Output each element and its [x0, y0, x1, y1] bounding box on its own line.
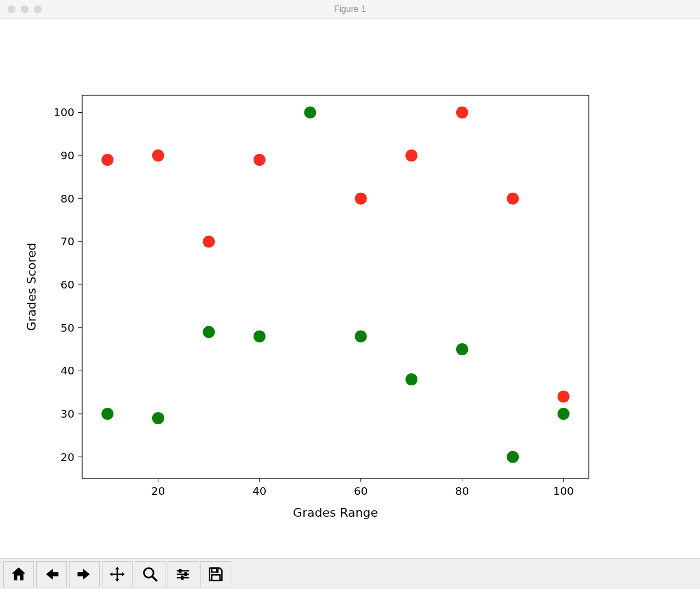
back-arrow-icon	[43, 566, 60, 582]
y-axis-label: Grades Scored	[25, 242, 38, 331]
svg-rect-20	[185, 572, 187, 576]
scatter-point	[355, 330, 367, 342]
configure-button[interactable]	[168, 561, 198, 587]
traffic-lights	[8, 5, 42, 13]
minimize-window-button[interactable]	[21, 5, 28, 13]
window-title: Figure 1	[0, 4, 700, 14]
x-tick-label: 100	[553, 484, 574, 498]
scatter-point	[456, 106, 468, 118]
svg-rect-24	[216, 569, 217, 571]
scatter-point	[254, 154, 266, 166]
back-button[interactable]	[36, 561, 67, 587]
scatter-point	[507, 193, 519, 205]
scatter-point	[203, 326, 215, 338]
svg-rect-22	[181, 575, 183, 580]
x-tick-label: 20	[151, 484, 165, 498]
svg-rect-25	[212, 575, 220, 580]
scatter-point	[507, 451, 519, 463]
save-button[interactable]	[200, 561, 231, 587]
titlebar: Figure 1	[0, 0, 700, 19]
chart-svg: 204060801002030405060708090100Grades Ran…	[0, 19, 700, 558]
x-tick-label: 40	[253, 484, 266, 498]
scatter-point	[152, 149, 164, 161]
pan-icon	[109, 566, 125, 582]
y-tick-label: 40	[61, 364, 74, 377]
forward-button[interactable]	[69, 561, 100, 587]
y-tick-label: 30	[61, 407, 74, 420]
scatter-point	[152, 412, 164, 424]
y-tick-label: 70	[61, 235, 74, 248]
pan-button[interactable]	[102, 561, 133, 587]
x-axis-label: Grades Range	[293, 506, 378, 519]
y-tick-label: 60	[61, 278, 74, 291]
scatter-point	[101, 408, 113, 420]
matplotlib-toolbar	[0, 558, 700, 589]
scatter-point	[101, 154, 113, 166]
home-icon	[10, 566, 27, 582]
save-icon	[208, 566, 224, 582]
svg-rect-18	[179, 569, 182, 573]
zoom-icon	[142, 566, 158, 582]
y-tick-label: 50	[61, 321, 74, 334]
scatter-point	[558, 408, 570, 420]
y-tick-label: 20	[61, 451, 74, 464]
scatter-point	[456, 343, 468, 355]
home-button[interactable]	[3, 561, 34, 587]
svg-line-16	[152, 576, 157, 581]
scatter-point	[405, 149, 417, 161]
sliders-icon	[175, 566, 191, 582]
x-tick-label: 60	[354, 484, 368, 498]
scatter-point	[355, 193, 367, 205]
maximize-window-button[interactable]	[34, 5, 42, 13]
scatter-point	[203, 235, 215, 247]
scatter-point	[254, 330, 266, 342]
figure-canvas: 204060801002030405060708090100Grades Ran…	[0, 19, 700, 558]
y-tick-label: 90	[61, 149, 74, 162]
x-tick-label: 80	[455, 484, 469, 498]
scatter-point	[405, 373, 417, 385]
y-tick-label: 80	[61, 192, 74, 205]
zoom-button[interactable]	[135, 561, 165, 587]
y-tick-label: 100	[54, 106, 74, 119]
close-window-button[interactable]	[8, 5, 15, 13]
forward-arrow-icon	[76, 566, 93, 582]
scatter-point	[558, 391, 570, 403]
scatter-point	[304, 106, 316, 118]
svg-point-15	[144, 568, 154, 578]
